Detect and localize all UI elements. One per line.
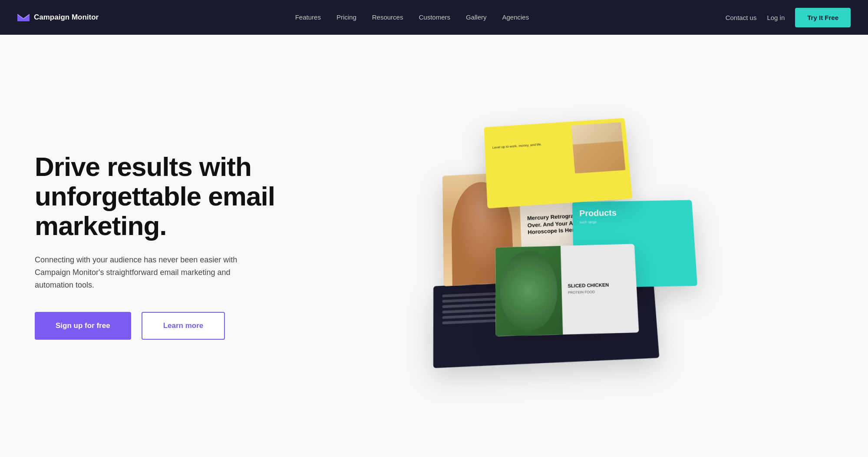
learn-more-button[interactable]: Learn more xyxy=(142,312,225,340)
nav-pricing[interactable]: Pricing xyxy=(337,13,356,21)
hero-buttons: Sign up for free Learn more xyxy=(35,312,287,340)
logo-text: Campaign Monitor xyxy=(34,13,99,22)
nav-gallery[interactable]: Gallery xyxy=(466,13,487,21)
hero-subtitle: Connecting with your audience has never … xyxy=(35,254,243,291)
email-card-product: SLICED CHICKEN PROTEIN FOOD xyxy=(495,244,639,336)
email-stack: girlboss Level up to work, money, and li… xyxy=(423,118,706,386)
product-image xyxy=(495,246,562,336)
nav-features[interactable]: Features xyxy=(295,13,321,21)
email-card-girlboss: girlboss Level up to work, money, and li… xyxy=(484,118,632,209)
girlboss-image xyxy=(571,122,625,173)
login-link[interactable]: Log in xyxy=(767,14,785,21)
logo[interactable]: Campaign Monitor xyxy=(17,13,99,22)
nav-customers[interactable]: Customers xyxy=(419,13,450,21)
signup-button[interactable]: Sign up for free xyxy=(35,312,131,340)
contact-link[interactable]: Contact us xyxy=(726,14,757,21)
try-it-free-button[interactable]: Try It Free xyxy=(795,8,851,27)
nav-right: Contact us Log in Try It Free xyxy=(726,8,851,27)
hero-content: Drive results with unforgettable email m… xyxy=(35,152,287,340)
hero-section: Drive results with unforgettable email m… xyxy=(0,35,868,457)
hero-illustration: girlboss Level up to work, money, and li… xyxy=(287,94,833,398)
product-brand: SLICED CHICKEN xyxy=(568,282,609,289)
logo-icon xyxy=(17,13,30,22)
navbar: Campaign Monitor Features Pricing Resour… xyxy=(0,0,868,35)
nav-resources[interactable]: Resources xyxy=(372,13,403,21)
nav-links: Features Pricing Resources Customers Gal… xyxy=(295,13,529,21)
cyan-title: Products xyxy=(579,207,686,218)
hero-title: Drive results with unforgettable email m… xyxy=(35,152,287,241)
product-content: SLICED CHICKEN PROTEIN FOOD xyxy=(560,245,617,334)
cyan-sub: such range xyxy=(579,218,686,225)
nav-agencies[interactable]: Agencies xyxy=(502,13,529,21)
product-desc: PROTEIN FOOD xyxy=(568,289,609,295)
